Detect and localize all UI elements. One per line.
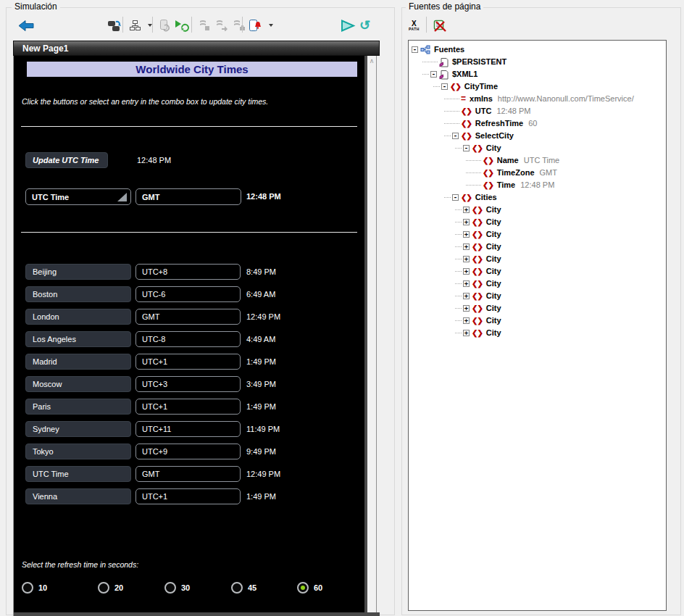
- utc-time-value: 12:48 PM: [137, 156, 171, 165]
- tree-row[interactable]: $XML1: [409, 68, 666, 80]
- tree-row[interactable]: City: [409, 142, 666, 154]
- restart-simulation-button[interactable]: [107, 17, 126, 34]
- expand-icon[interactable]: [463, 305, 470, 312]
- collapse-icon[interactable]: [412, 46, 418, 53]
- tree-row[interactable]: City: [409, 228, 666, 241]
- tree-node-name: $XML1: [452, 68, 477, 80]
- tree-row[interactable]: Name UTC Time: [409, 154, 666, 167]
- combo-timezone-field[interactable]: GMT: [135, 188, 241, 205]
- expand-icon[interactable]: [463, 219, 470, 225]
- tree-row[interactable]: City: [409, 315, 666, 327]
- expand-icon[interactable]: [463, 317, 470, 324]
- city-zone-field[interactable]: UTC+9: [135, 444, 241, 459]
- city-button[interactable]: UTC Time: [25, 466, 131, 482]
- tree-connector: [444, 99, 459, 99]
- tree-connector: [455, 308, 462, 309]
- city-zone-field[interactable]: GMT: [135, 309, 241, 325]
- reset-button[interactable]: ↺: [359, 17, 370, 34]
- tree-row[interactable]: RefreshTime 60: [409, 117, 666, 130]
- tree-row[interactable]: Time 12:48 PM: [409, 179, 666, 191]
- city-button[interactable]: Moscow: [25, 376, 131, 392]
- expand-icon[interactable]: [463, 256, 470, 262]
- city-button[interactable]: Boston: [25, 286, 131, 302]
- scroll-up-icon[interactable]: ∧: [367, 56, 376, 66]
- collapse-icon[interactable]: [452, 194, 459, 201]
- back-button[interactable]: [17, 17, 38, 34]
- tree-row[interactable]: Cities: [409, 191, 666, 204]
- expand-icon[interactable]: [463, 231, 470, 238]
- refresh-radio-60-selected[interactable]: 60: [297, 582, 322, 594]
- expand-icon[interactable]: [463, 244, 470, 250]
- city-zone-field[interactable]: UTC+1: [135, 354, 241, 370]
- city-button[interactable]: Tokyo: [25, 444, 131, 459]
- refresh-radio-30[interactable]: 30: [164, 582, 190, 594]
- refresh-radio-20[interactable]: 20: [98, 582, 123, 594]
- tree-row[interactable]: UTC 12:48 PM: [409, 105, 666, 117]
- city-zone-field[interactable]: UTC+8: [135, 264, 241, 280]
- city-button[interactable]: Madrid: [25, 354, 131, 370]
- collapse-icon[interactable]: [463, 145, 470, 151]
- step-into-button-disabled[interactable]: [197, 17, 214, 34]
- tree-row[interactable]: City: [409, 278, 666, 290]
- page-scrollbar[interactable]: ∧: [367, 56, 377, 612]
- city-zone-field[interactable]: UTC+1: [135, 399, 241, 415]
- tree-row[interactable]: City: [409, 302, 666, 315]
- collapse-icon[interactable]: [441, 83, 448, 90]
- city-zone-field[interactable]: UTC+1: [135, 488, 241, 504]
- city-zone-value: UTC+9: [142, 447, 167, 456]
- play-refresh-button[interactable]: [174, 17, 193, 34]
- expand-icon[interactable]: [463, 207, 470, 213]
- tree-row[interactable]: TimeZone GMT: [409, 167, 666, 179]
- tree-connector: [455, 246, 462, 247]
- tree-row[interactable]: SelectCity: [409, 130, 666, 142]
- refresh-radio-45[interactable]: 45: [231, 582, 256, 594]
- city-button[interactable]: Los Angeles: [25, 331, 131, 347]
- city-zone-field[interactable]: UTC-8: [135, 331, 241, 347]
- city-zone-field[interactable]: UTC+11: [135, 421, 241, 437]
- attribute-icon: [461, 93, 466, 105]
- expand-icon[interactable]: [463, 268, 470, 275]
- refresh-radio-10[interactable]: 10: [22, 582, 47, 594]
- tree-row[interactable]: City: [409, 216, 666, 228]
- city-button[interactable]: Vienna: [25, 488, 131, 504]
- tree-row[interactable]: City: [409, 290, 666, 302]
- tree-row[interactable]: City: [409, 204, 666, 216]
- tree-row[interactable]: xmlns http://www.Nanonull.com/TimeServic…: [409, 93, 666, 105]
- expand-icon[interactable]: [463, 293, 470, 299]
- remove-source-button[interactable]: [432, 17, 451, 34]
- tree-row[interactable]: City: [409, 253, 666, 265]
- city-button[interactable]: Beijing: [25, 264, 131, 280]
- city-zone-field[interactable]: UTC-6: [135, 286, 241, 302]
- city-button[interactable]: Sydney: [25, 421, 131, 437]
- tree-row[interactable]: City: [409, 327, 666, 339]
- step-out-button-disabled[interactable]: [232, 17, 249, 34]
- expand-icon[interactable]: [463, 280, 470, 287]
- step-over-button-disabled[interactable]: [214, 17, 232, 34]
- divider: [21, 232, 357, 233]
- tree-row[interactable]: City: [409, 265, 666, 278]
- city-time-value: 11:49 PM: [246, 425, 280, 433]
- tree-row[interactable]: $PERSISTENT: [409, 56, 666, 68]
- reload-page-button-disabled[interactable]: [158, 17, 175, 34]
- page-hierarchy-button[interactable]: [129, 17, 152, 34]
- tree-row[interactable]: Fuentes: [409, 43, 666, 56]
- city-zone-field[interactable]: UTC+3: [135, 376, 241, 392]
- app-window: Simulación: [0, 0, 684, 616]
- run-button[interactable]: [339, 17, 360, 34]
- city-button[interactable]: Paris: [25, 399, 131, 415]
- city-combo-box[interactable]: UTC Time: [25, 188, 131, 205]
- device-alerts-button[interactable]: [248, 17, 273, 34]
- collapse-icon[interactable]: [430, 71, 437, 78]
- city-zone-value: UTC-6: [142, 290, 165, 299]
- city-zone-field[interactable]: GMT: [135, 466, 241, 482]
- update-utc-time-button[interactable]: Update UTC Time: [25, 152, 108, 168]
- expand-icon[interactable]: [463, 330, 470, 336]
- xpath-button[interactable]: XPATH: [409, 17, 420, 34]
- tree-row[interactable]: CityTime: [409, 80, 666, 93]
- tree-row[interactable]: City: [409, 241, 666, 253]
- combo-timezone-value: GMT: [142, 193, 159, 201]
- collapse-icon[interactable]: [452, 133, 459, 139]
- city-button[interactable]: London: [25, 309, 131, 325]
- tree-node-name: City: [486, 228, 501, 241]
- page-source-icon: [439, 70, 449, 80]
